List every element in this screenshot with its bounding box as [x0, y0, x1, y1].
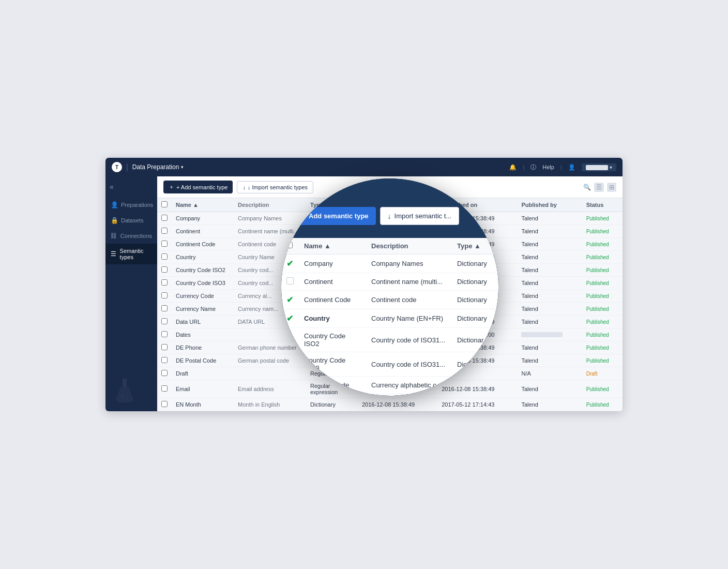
cell-published-on: 2016-12-08 15:38:49	[437, 212, 517, 225]
cell-modified-by	[358, 354, 437, 367]
col-header-description[interactable]: Description	[234, 198, 306, 212]
row-checkbox[interactable]	[161, 318, 168, 324]
sidebar-item-connections[interactable]: ⛓ Connections	[105, 228, 157, 244]
import-semantic-types-button[interactable]: ↓ ↓ Import semantic types	[237, 181, 313, 193]
cell-published-on: 2020-10-06 09:25:00	[437, 328, 517, 341]
row-checkbox[interactable]	[161, 279, 168, 286]
cell-type: Dictionary	[306, 398, 358, 411]
row-checkbox[interactable]	[161, 228, 168, 234]
row-checkbox[interactable]	[161, 370, 168, 376]
cell-description: Currency al...	[234, 290, 306, 303]
table-row: Country Code ISO2 Country cod... 2016-12…	[157, 264, 623, 277]
cell-status: Published	[582, 238, 623, 251]
col-header-modified-by[interactable]: Modified by	[358, 198, 437, 212]
cell-status: Published	[582, 290, 623, 303]
cell-type	[306, 251, 358, 264]
cell-name: Currency Name	[172, 303, 234, 316]
row-checkbox[interactable]	[161, 401, 168, 407]
nav-divider: |	[126, 163, 128, 171]
semantic-types-icon: ☰	[111, 250, 117, 258]
cell-published-on: 2016-12-08 15:38:49	[437, 225, 517, 238]
row-checkbox[interactable]	[161, 357, 168, 363]
table-row: Draft Regular e... N/A Draft	[157, 367, 623, 380]
cell-name: Dates	[172, 328, 234, 341]
row-checkbox[interactable]	[161, 385, 168, 392]
cell-description: German phone number	[234, 341, 306, 354]
row-checkbox[interactable]	[161, 266, 168, 273]
row-checkbox[interactable]	[161, 305, 168, 311]
cell-name: Data URL	[172, 316, 234, 328]
cell-description: Country cod...	[234, 277, 306, 290]
row-checkbox[interactable]	[161, 215, 168, 221]
cell-modified-by: 2016-12-08 15:38:49	[358, 398, 437, 411]
sidebar-item-semantic-types[interactable]: ☰ Semantic types	[105, 244, 157, 264]
cell-modified-by	[358, 367, 437, 380]
table-row: Currency Code Currency al... 2016-12-08 …	[157, 290, 623, 303]
user-menu[interactable]: ■■■■■■■■ ▾	[582, 163, 616, 171]
table-row: Company Company Names N/A 2016-12-08 15:…	[157, 212, 623, 225]
cell-modified-by	[358, 328, 437, 341]
cell-status: Published	[582, 251, 623, 264]
table-row: Currency Name Currency nam... 2016-12-08…	[157, 303, 623, 316]
table-row: Continent Code Continent code 2016-12-08…	[157, 238, 623, 251]
cell-status: Draft	[582, 367, 623, 380]
cell-published-by: Talend	[517, 225, 582, 238]
col-header-published-by[interactable]: Published by	[517, 198, 582, 212]
cell-published-by: Talend	[517, 398, 582, 411]
col-header-name[interactable]: Name ▲	[172, 198, 234, 212]
col-header-type[interactable]: Type	[306, 198, 358, 212]
sidebar-item-label: Semantic types	[120, 248, 152, 260]
cell-published-by: Talend	[517, 380, 582, 398]
row-checkbox[interactable]	[161, 253, 168, 260]
preparations-icon: 👤	[111, 201, 118, 208]
list-view-icon[interactable]: ☰	[594, 183, 604, 192]
add-semantic-type-button[interactable]: ＋ + Add semantic type	[163, 181, 233, 193]
cell-published-by: Talend	[517, 290, 582, 303]
cell-published-on	[437, 367, 517, 380]
connections-icon: ⛓	[111, 232, 117, 239]
cell-type	[306, 341, 358, 354]
cell-published-on: 2016-12-08 15:38:49	[437, 251, 517, 264]
cell-type	[306, 277, 358, 290]
col-header-published-on[interactable]: Published on	[437, 198, 517, 212]
cell-name: Continent	[172, 225, 234, 238]
col-header-status[interactable]: Status	[582, 198, 623, 212]
toolbar-icons: 🔍 ☰ ⊞	[583, 183, 616, 192]
sidebar-item-label: Connections	[120, 233, 152, 239]
cell-description: Email address	[234, 380, 306, 398]
grid-view-icon[interactable]: ⊞	[607, 183, 616, 192]
cell-name: DE Phone	[172, 341, 234, 354]
bell-icon[interactable]: 🔔	[509, 164, 517, 171]
table-row: Dates 2020-10-06 09:25:00 ■■■■■■ Publish…	[157, 328, 623, 341]
table-row: DE Phone German phone number 2016-12-08 …	[157, 341, 623, 354]
sidebar-item-datasets[interactable]: 🔒 Datasets	[105, 213, 157, 228]
select-all-header	[157, 198, 172, 212]
cell-name: Email	[172, 380, 234, 398]
search-icon[interactable]: 🔍	[583, 184, 591, 191]
cell-name: EN Month	[172, 398, 234, 411]
row-checkbox[interactable]	[161, 292, 168, 298]
cell-modified-by	[358, 238, 437, 251]
cell-status: Published	[582, 341, 623, 354]
cell-type	[306, 225, 358, 238]
datasets-icon: 🔒	[111, 217, 118, 224]
cell-published-by: ■■■■■■	[517, 328, 582, 341]
row-checkbox[interactable]	[161, 344, 168, 350]
help-label[interactable]: Help	[542, 164, 554, 170]
nav-title: Data Preparation ▾	[132, 163, 184, 171]
cell-published-on: 2016-12-08 15:38:49	[437, 341, 517, 354]
sidebar-collapse-button[interactable]: «	[105, 181, 157, 193]
cell-modified-by	[358, 277, 437, 290]
cell-description: Currency nam...	[234, 303, 306, 316]
cell-modified-by	[358, 341, 437, 354]
row-checkbox[interactable]	[161, 331, 168, 337]
row-checkbox[interactable]	[161, 241, 168, 247]
select-all-checkbox[interactable]	[161, 201, 168, 207]
info-icon[interactable]: ⓘ	[530, 163, 536, 171]
cell-name: Country Code ISO2	[172, 264, 234, 277]
cell-type: Regular e...	[306, 367, 358, 380]
sidebar-item-preparations[interactable]: 👤 Preparations	[105, 197, 157, 213]
cell-published-on: 2016-12-08 15:38:49	[437, 238, 517, 251]
cell-published-by: Talend	[517, 316, 582, 328]
cell-published-on: 2016-12-08 15:38:49	[437, 380, 517, 398]
